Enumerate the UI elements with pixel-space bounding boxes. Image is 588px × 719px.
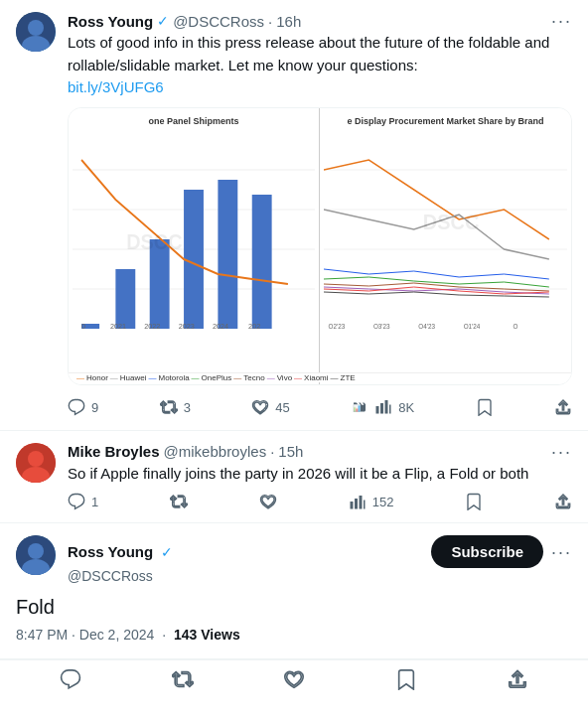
- bottom-like[interactable]: [283, 668, 305, 690]
- svg-text:Q2'23: Q2'23: [329, 322, 346, 328]
- bottom-reply-icon: [60, 668, 81, 690]
- svg-text:2022: 2022: [144, 321, 160, 328]
- bottom-retweet-icon: [172, 668, 194, 690]
- subscribe-button[interactable]: Subscribe: [431, 535, 543, 568]
- verified-icon: ✓: [157, 13, 169, 29]
- bottom-reply[interactable]: [60, 668, 81, 690]
- bottom-like-icon: [283, 668, 305, 690]
- tweet-3-author: Ross Young: [68, 543, 153, 560]
- tweet-3-header: Ross Young ✓ Subscribe ···: [68, 535, 572, 568]
- legend-huawei: —Huawei: [110, 373, 147, 382]
- bottom-bookmark-icon: [395, 668, 417, 690]
- svg-text:Q4'23: Q4'23: [418, 322, 435, 328]
- tweet-1-link[interactable]: bit.ly/3VjUFG6: [68, 78, 164, 95]
- svg-rect-35: [389, 404, 391, 413]
- svg-rect-32: [376, 406, 379, 414]
- svg-text:2023: 2023: [179, 321, 195, 328]
- tweet-1-handle: @DSCCRoss: [173, 13, 264, 30]
- legend-zte: —ZTE: [331, 373, 356, 382]
- bookmark-action-1[interactable]: [476, 398, 494, 416]
- like-icon-1: [251, 398, 269, 416]
- share-icon-1: [554, 398, 572, 416]
- views-icon-bar-1: [374, 397, 392, 418]
- verified-icon-3: ✓: [161, 544, 173, 560]
- tweet-3-inner: Ross Young ✓ Subscribe ··· @DSCCRoss: [16, 535, 572, 588]
- reply-count-1: 9: [91, 400, 98, 415]
- reply-icon-1: [68, 398, 85, 416]
- svg-rect-42: [364, 501, 366, 509]
- views-action-2[interactable]: 152: [349, 493, 394, 510]
- svg-rect-8: [115, 269, 135, 329]
- tweet-3: Ross Young ✓ Subscribe ··· @DSCCRoss Fol…: [0, 523, 588, 659]
- reply-action-1[interactable]: 9: [68, 398, 98, 416]
- tweet-2-header: Mike Broyles @mikebbroyles · 15h ···: [68, 443, 572, 461]
- legend-honor: —Honor: [76, 373, 108, 382]
- retweet-count-1: 3: [184, 400, 191, 415]
- avatar-1: [16, 12, 56, 52]
- tweet-3-body: Ross Young ✓ Subscribe ··· @DSCCRoss: [68, 535, 572, 588]
- retweet-icon-2: [170, 493, 188, 510]
- views-icon-1: 📊: [351, 398, 368, 416]
- tweet-2: Mike Broyles @mikebbroyles · 15h ··· So …: [0, 431, 588, 524]
- svg-text:0: 0: [81, 321, 85, 328]
- svg-rect-40: [355, 499, 358, 509]
- bookmark-icon-1: [476, 398, 494, 416]
- bottom-share-icon: [507, 668, 528, 690]
- tweet-2-handle: @mikebbroyles: [164, 443, 267, 460]
- reply-action-2[interactable]: 1: [68, 493, 98, 510]
- more-button-3[interactable]: ···: [551, 543, 572, 561]
- svg-rect-10: [184, 190, 204, 329]
- svg-point-44: [28, 543, 44, 559]
- tweet-3-reply-text: Fold: [16, 596, 572, 619]
- tweet-3-header-left: Ross Young ✓: [68, 543, 173, 560]
- svg-rect-11: [218, 180, 237, 329]
- retweet-icon-1: [160, 398, 178, 416]
- svg-rect-33: [380, 403, 383, 414]
- legend-vivo: —Vivo: [267, 373, 292, 382]
- legend-oneplus: —OnePlus: [192, 373, 232, 382]
- tweet-2-dot: ·: [270, 443, 274, 460]
- tweet-3-meta: 8:47 PM · Dec 2, 2024 · 143 Views: [16, 627, 572, 643]
- like-action-1[interactable]: 45: [251, 398, 289, 416]
- tweet-3-views: 143 Views: [174, 627, 240, 643]
- retweet-action-1[interactable]: 3: [160, 398, 191, 416]
- tweet-2-time: 15h: [278, 443, 303, 460]
- bookmark-icon-2: [465, 493, 483, 510]
- svg-rect-41: [359, 496, 362, 509]
- tweet-1-actions: 9 3 45 📊: [68, 397, 572, 418]
- chart-right: e Display Procurement Market Share by Br…: [320, 108, 571, 384]
- tweet-2-text: So if Apple finally joins the party in 2…: [68, 463, 572, 486]
- svg-rect-12: [252, 195, 272, 329]
- svg-rect-39: [350, 502, 353, 509]
- svg-rect-34: [385, 400, 388, 414]
- bottom-bookmark[interactable]: [395, 668, 417, 690]
- legend-tecno: —Tecno: [233, 373, 264, 382]
- share-action-2[interactable]: [554, 493, 572, 510]
- tweet-1-dot: ·: [268, 13, 272, 30]
- like-action-2[interactable]: [259, 493, 277, 510]
- legend-motorola: —Motorola: [148, 373, 189, 382]
- avatar-2: [16, 443, 56, 483]
- tweet-1-text: Lots of good info in this press release …: [68, 32, 572, 99]
- like-count-1: 45: [275, 400, 289, 415]
- bottom-action-bar: [0, 659, 588, 698]
- bookmark-action-2[interactable]: [465, 493, 483, 510]
- more-button-1[interactable]: ···: [551, 12, 572, 30]
- chart-right-title: e Display Procurement Market Share by Br…: [324, 116, 567, 126]
- views-count-1: 8K: [398, 400, 414, 415]
- svg-text:Q: Q: [514, 322, 518, 328]
- more-button-2[interactable]: ···: [551, 443, 572, 461]
- retweet-action-2[interactable]: [170, 493, 188, 510]
- like-icon-2: [259, 493, 277, 510]
- tweet-2-author: Mike Broyles: [68, 443, 160, 460]
- bottom-retweet[interactable]: [172, 668, 194, 690]
- views-action-1[interactable]: 📊 8K: [351, 397, 414, 418]
- share-action-1[interactable]: [554, 398, 572, 416]
- tweet-3-header-right: Subscribe ···: [431, 535, 572, 568]
- chart-left-title: one Panel Shipments: [73, 116, 315, 126]
- bottom-share[interactable]: [507, 668, 528, 690]
- avatar-3: [16, 535, 56, 575]
- views-count-2: 152: [372, 495, 394, 509]
- tweet-3-handle: @DSCCRoss: [68, 568, 572, 584]
- tweet-1-chart: one Panel Shipments: [68, 107, 572, 385]
